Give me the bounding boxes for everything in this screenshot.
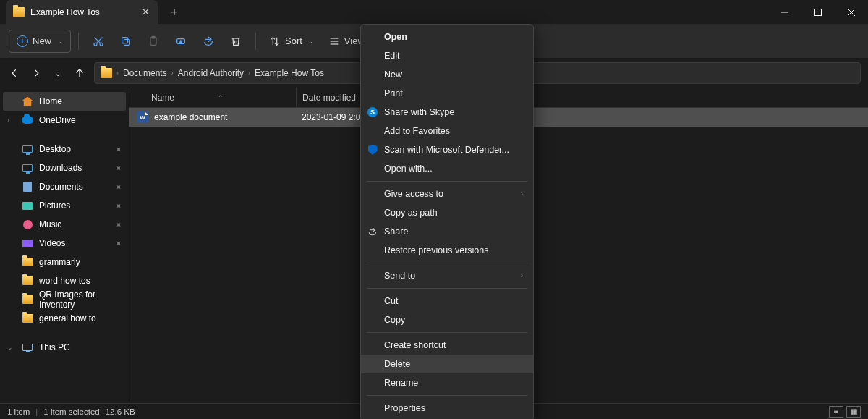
ctx-giveaccess[interactable]: Give access to› xyxy=(361,185,533,203)
chevron-right-icon[interactable]: › xyxy=(7,117,16,124)
context-menu: Open Edit New Print SShare with Skype Ad… xyxy=(360,24,534,419)
sidebar-item-home[interactable]: Home xyxy=(3,92,126,111)
svg-rect-8 xyxy=(124,39,129,45)
ctx-copypath[interactable]: Copy as path xyxy=(361,203,533,222)
word-doc-icon: W xyxy=(137,111,148,123)
chevron-right-icon: › xyxy=(521,190,523,198)
sidebar-item-label: general how to xyxy=(39,313,122,323)
sidebar-item-label: Documents xyxy=(39,182,109,192)
sidebar-item-music[interactable]: Music✦ xyxy=(3,215,126,234)
breadcrumb[interactable]: Android Authority xyxy=(178,68,244,78)
pin-icon: ✦ xyxy=(113,162,124,174)
pin-icon: ✦ xyxy=(113,237,124,249)
ctx-copy[interactable]: Copy xyxy=(361,310,533,329)
sidebar-item-downloads[interactable]: Downloads✦ xyxy=(3,158,126,177)
shield-icon xyxy=(368,145,378,155)
chevron-right-icon: › xyxy=(248,69,250,77)
close-window-button[interactable] xyxy=(835,0,868,24)
details-view-button[interactable]: ≡ xyxy=(829,406,843,418)
pc-icon xyxy=(22,344,33,351)
cloud-icon xyxy=(22,117,33,124)
arrow-down-icon xyxy=(22,164,33,172)
sidebar-item-qr-images-for-inventory[interactable]: QR Images for Inventory xyxy=(3,290,126,309)
ctx-restore[interactable]: Restore previous versions xyxy=(361,241,533,260)
file-date: 2023-01-09 2:04 xyxy=(296,112,365,122)
new-label: New xyxy=(33,35,51,46)
copy-button[interactable] xyxy=(114,30,138,53)
sidebar-item-label: QR Images for Inventory xyxy=(39,289,122,310)
back-button[interactable] xyxy=(7,66,22,80)
paste-button[interactable] xyxy=(141,30,166,53)
ctx-open[interactable]: Open xyxy=(361,27,533,46)
chevron-right-icon: › xyxy=(521,272,523,279)
sidebar-item-label: Desktop xyxy=(39,144,109,154)
music-icon xyxy=(23,220,33,229)
sidebar-item-thispc[interactable]: ⌄ This PC xyxy=(3,338,126,357)
ctx-properties[interactable]: Properties xyxy=(361,399,533,418)
svg-text:A: A xyxy=(179,39,182,43)
ctx-favorites[interactable]: Add to Favorites xyxy=(361,122,533,140)
svg-rect-1 xyxy=(815,9,822,15)
file-name: example document xyxy=(154,112,296,122)
chevron-down-icon: ⌄ xyxy=(57,38,63,45)
ctx-rename[interactable]: Rename xyxy=(361,373,533,392)
sort-indicator-icon: ⌃ xyxy=(218,94,224,101)
new-tab-button[interactable]: + xyxy=(163,6,185,19)
sidebar-item-desktop[interactable]: Desktop✦ xyxy=(3,140,126,158)
sidebar-item-grammarly[interactable]: grammarly xyxy=(3,253,126,271)
breadcrumb[interactable]: Example How Tos xyxy=(255,68,324,78)
ctx-defender[interactable]: Scan with Microsoft Defender... xyxy=(361,140,533,159)
delete-button[interactable] xyxy=(224,30,248,53)
minimize-button[interactable] xyxy=(768,0,801,24)
ctx-share[interactable]: Share xyxy=(361,222,533,241)
rename-button[interactable]: A xyxy=(169,30,193,53)
forward-button[interactable] xyxy=(29,66,43,80)
chevron-down-icon[interactable]: ⌄ xyxy=(7,344,16,351)
sidebar-item-label: grammarly xyxy=(39,257,122,267)
sidebar-item-word-how-tos[interactable]: word how tos xyxy=(3,271,126,290)
breadcrumb[interactable]: Documents xyxy=(123,68,167,78)
folder-icon xyxy=(22,295,33,304)
folder-icon xyxy=(22,314,33,323)
chevron-right-icon: › xyxy=(116,69,119,77)
share-button[interactable] xyxy=(196,30,221,53)
ctx-cut[interactable]: Cut xyxy=(361,292,533,310)
recent-dropdown[interactable]: ⌄ xyxy=(51,66,65,80)
ctx-skype[interactable]: SShare with Skype xyxy=(361,103,533,122)
up-button[interactable] xyxy=(72,66,87,80)
sidebar-item-pictures[interactable]: Pictures✦ xyxy=(3,196,126,215)
sidebar-item-label: This PC xyxy=(39,342,122,352)
maximize-button[interactable] xyxy=(801,0,835,24)
monitor-icon xyxy=(22,145,33,153)
sidebar-item-label: Pictures xyxy=(39,200,109,211)
folder-icon xyxy=(22,258,33,266)
cut-button[interactable] xyxy=(86,30,111,53)
folder-icon xyxy=(101,68,112,78)
sidebar-item-documents[interactable]: Documents✦ xyxy=(3,177,126,196)
window-tab[interactable]: Example How Tos ✕ xyxy=(6,0,158,24)
new-button[interactable]: + New ⌄ xyxy=(9,30,71,53)
ctx-new[interactable]: New xyxy=(361,65,533,84)
column-header-name[interactable]: Name⌃ xyxy=(129,93,296,103)
ctx-shortcut[interactable]: Create shortcut xyxy=(361,336,533,355)
status-size: 12.6 KB xyxy=(106,407,135,416)
svg-rect-9 xyxy=(122,37,128,43)
sort-label: Sort xyxy=(285,35,302,46)
doc-icon xyxy=(23,182,32,192)
thumbnails-view-button[interactable]: ▦ xyxy=(846,406,861,418)
sidebar-item-videos[interactable]: Videos✦ xyxy=(3,234,126,253)
title-bar: Example How Tos ✕ + xyxy=(0,0,868,24)
sidebar-item-label: Home xyxy=(39,96,122,106)
ctx-print[interactable]: Print xyxy=(361,84,533,103)
sort-button[interactable]: Sort ⌄ xyxy=(263,30,320,53)
sidebar-item-onedrive[interactable]: › OneDrive xyxy=(3,111,126,130)
share-icon xyxy=(367,226,378,237)
chevron-right-icon: › xyxy=(171,69,174,77)
sidebar-item-label: word how tos xyxy=(39,276,122,286)
sidebar-item-general-how-to[interactable]: general how to xyxy=(3,309,126,328)
ctx-delete[interactable]: Delete xyxy=(361,355,533,373)
ctx-edit[interactable]: Edit xyxy=(361,46,533,65)
close-tab-icon[interactable]: ✕ xyxy=(140,7,150,17)
ctx-sendto[interactable]: Send to› xyxy=(361,266,533,285)
ctx-openwith[interactable]: Open with... xyxy=(361,159,533,178)
